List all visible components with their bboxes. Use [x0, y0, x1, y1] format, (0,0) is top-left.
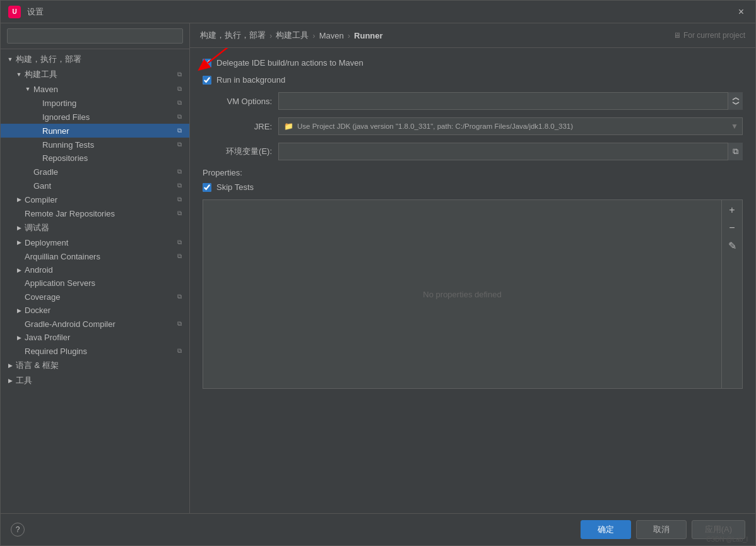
- bottom-bar: ? 确定 取消 应用(A) CSDN @Lab_l: [1, 513, 755, 545]
- properties-label-row: Properties:: [203, 168, 743, 177]
- sidebar-item-java-profiler[interactable]: ▶ Java Profiler: [1, 331, 189, 344]
- properties-area: No properties defined + − ✎: [203, 199, 743, 389]
- arrow-icon: ▶: [15, 266, 23, 275]
- watermark: CSDN @Lab_l: [706, 536, 748, 543]
- copy-icon: ⧉: [174, 292, 184, 302]
- breadcrumb-part-3: Maven: [319, 31, 344, 40]
- env-input[interactable]: [278, 143, 743, 160]
- close-button[interactable]: ×: [735, 6, 748, 18]
- sidebar-item-label: Maven: [33, 85, 174, 94]
- vm-options-row: VM Options:: [203, 92, 743, 110]
- copy-icon: ⧉: [174, 69, 184, 80]
- jre-select[interactable]: 📁 Use Project JDK (java version "1.8.0_3…: [278, 117, 743, 135]
- jre-label: JRE:: [203, 122, 272, 131]
- copy-icon: ⧉: [174, 319, 184, 329]
- sidebar-item-tools[interactable]: ▶ 工具: [1, 373, 189, 388]
- sidebar-item-running-tests[interactable]: ▶ Running Tests ⧉: [1, 138, 189, 151]
- arrow-icon: ▶: [15, 333, 23, 342]
- copy-icon: ⧉: [174, 98, 184, 108]
- env-copy-button[interactable]: ⧉: [728, 143, 743, 160]
- vm-options-input[interactable]: [278, 92, 743, 110]
- sidebar-item-label: Required Plugins: [25, 347, 174, 356]
- sidebar-item-importing[interactable]: ▶ Importing ⧉: [1, 96, 189, 110]
- skip-tests-checkbox-row: Skip Tests: [203, 182, 743, 192]
- skip-tests-checkbox[interactable]: [203, 183, 211, 192]
- arrow-icon: ▼: [15, 70, 23, 79]
- search-input[interactable]: [7, 28, 183, 44]
- app-logo: U: [8, 6, 21, 18]
- sidebar-item-runner[interactable]: ▶ Runner ⧉: [1, 124, 189, 138]
- delegate-checkbox[interactable]: [203, 59, 211, 68]
- env-input-wrap: ⧉: [278, 143, 743, 160]
- jre-folder-icon: 📁: [284, 122, 293, 131]
- sidebar-item-android[interactable]: ▶ Android: [1, 263, 189, 276]
- dialog-title: 设置: [27, 6, 735, 18]
- sidebar-item-label: Application Servers: [25, 278, 184, 288]
- sidebar-item-label: Importing: [42, 98, 174, 108]
- sidebar-item-coverage[interactable]: ▶ Coverage ⧉: [1, 290, 189, 304]
- sidebar-item-deployment[interactable]: ▶ Deployment ⧉: [1, 235, 189, 249]
- monitor-icon: 🖥: [673, 31, 681, 40]
- copy-icon: ⧉: [174, 208, 184, 218]
- sidebar-item-label: Android: [25, 265, 184, 275]
- content-area: ▼ 构建，执行，部署 ▼ 构建工具 ⧉ ▼ Maven ⧉ ▶: [1, 23, 755, 513]
- copy-icon: ⧉: [174, 194, 184, 205]
- edit-property-button[interactable]: ✎: [724, 238, 740, 253]
- breadcrumb-sep-2: ›: [312, 31, 315, 40]
- sidebar-item-repositories[interactable]: ▶ Repositories: [1, 151, 189, 165]
- sidebar-item-label: Gradle: [33, 167, 174, 177]
- arrow-icon: ▶: [15, 306, 23, 315]
- sidebar-item-maven[interactable]: ▼ Maven ⧉: [1, 82, 189, 96]
- confirm-button[interactable]: 确定: [581, 520, 631, 539]
- arrow-icon: ▶: [15, 195, 23, 204]
- vm-options-expand-button[interactable]: [728, 92, 743, 110]
- skip-tests-label: Skip Tests: [216, 182, 254, 192]
- add-property-button[interactable]: +: [724, 203, 740, 218]
- arrow-icon: ▶: [15, 223, 23, 232]
- copy-icon: ⧉: [174, 112, 184, 122]
- sidebar-item-label: 构建，执行，部署: [16, 54, 184, 65]
- copy-icon: ⧉: [733, 146, 738, 157]
- sidebar-item-build-tools[interactable]: ▼ 构建工具 ⧉: [1, 67, 189, 82]
- sidebar-item-gradle-android-compiler[interactable]: ▶ Gradle-Android Compiler ⧉: [1, 317, 189, 331]
- sidebar-item-arquillian[interactable]: ▶ Arquillian Containers ⧉: [1, 249, 189, 263]
- sidebar-item-gradle[interactable]: ▶ Gradle ⧉: [1, 165, 189, 179]
- sidebar-item-label: Repositories: [42, 153, 184, 163]
- sidebar-item-ignored-files[interactable]: ▶ Ignored Files ⧉: [1, 110, 189, 124]
- sidebar-item-gant[interactable]: ▶ Gant ⧉: [1, 179, 189, 193]
- sidebar-tree: ▼ 构建，执行，部署 ▼ 构建工具 ⧉ ▼ Maven ⧉ ▶: [1, 49, 189, 513]
- no-properties-text: No properties defined: [423, 290, 501, 299]
- settings-panel: Delegate IDE build/run actions to Maven …: [190, 48, 755, 513]
- jre-row: JRE: 📁 Use Project JDK (java version "1.…: [203, 117, 743, 135]
- sidebar-item-build-execute-deploy[interactable]: ▼ 构建，执行，部署: [1, 52, 189, 67]
- breadcrumb: 构建，执行，部署 › 构建工具 › Maven › Runner 🖥 For c…: [190, 23, 755, 48]
- sidebar-item-debugger[interactable]: ▶ 调试器: [1, 220, 189, 235]
- sidebar-item-remote-jar[interactable]: ▶ Remote Jar Repositories ⧉: [1, 206, 189, 220]
- copy-icon: ⧉: [174, 84, 184, 94]
- sidebar-item-compiler[interactable]: ▶ Compiler ⧉: [1, 193, 189, 206]
- background-checkbox-row: Run in background: [203, 75, 743, 85]
- for-current-label: For current project: [683, 31, 745, 40]
- main-content: 构建，执行，部署 › 构建工具 › Maven › Runner 🖥 For c…: [190, 23, 755, 513]
- sidebar-item-label: Runner: [42, 126, 174, 136]
- background-checkbox[interactable]: [203, 76, 211, 85]
- breadcrumb-current: Runner: [354, 31, 383, 40]
- copy-icon: ⧉: [174, 139, 184, 150]
- help-button[interactable]: ?: [11, 523, 25, 537]
- sidebar-item-label: 调试器: [25, 222, 184, 234]
- sidebar-item-label: Ignored Files: [42, 112, 174, 122]
- jre-value: Use Project JDK (java version "1.8.0_331…: [297, 122, 737, 130]
- sidebar-item-required-plugins[interactable]: ▶ Required Plugins ⧉: [1, 344, 189, 358]
- properties-table: No properties defined: [203, 199, 722, 389]
- sidebar-item-docker[interactable]: ▶ Docker: [1, 304, 189, 317]
- vm-options-input-wrap: [278, 92, 743, 110]
- properties-toolbar: + − ✎: [722, 199, 743, 389]
- sidebar-item-application-servers[interactable]: ▶ Application Servers: [1, 276, 189, 290]
- cancel-button[interactable]: 取消: [636, 520, 687, 539]
- sidebar: ▼ 构建，执行，部署 ▼ 构建工具 ⧉ ▼ Maven ⧉ ▶: [1, 23, 190, 513]
- title-bar: U 设置 ×: [1, 1, 755, 23]
- expand-icon: [732, 97, 740, 105]
- copy-icon: ⧉: [174, 237, 184, 247]
- remove-property-button[interactable]: −: [724, 220, 740, 235]
- sidebar-item-lang-frameworks[interactable]: ▶ 语言 & 框架: [1, 358, 189, 373]
